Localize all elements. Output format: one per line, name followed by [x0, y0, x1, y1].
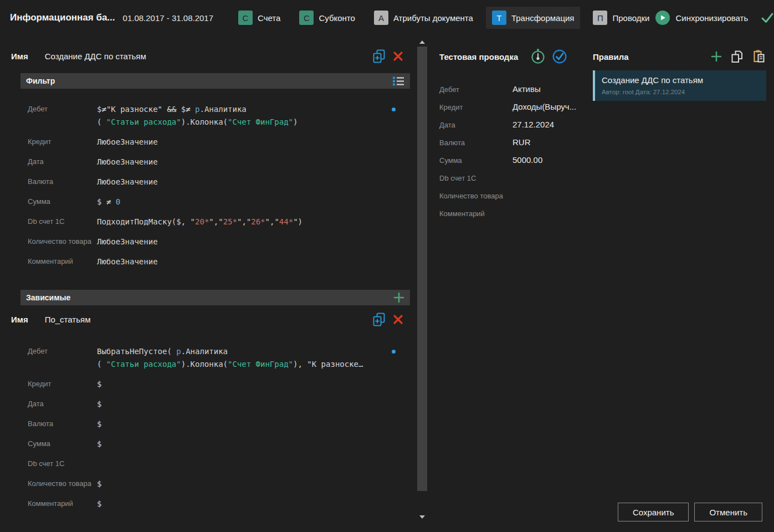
field-label: Количество товара — [28, 478, 97, 488]
field-value-input[interactable]: ВыбратьНеПустое( p.Аналитика( "Статьи ра… — [97, 345, 363, 371]
field-label: Db счет 1С — [28, 458, 97, 468]
field-label: Валюта — [28, 418, 97, 428]
field-комментарий: Комментарий ЛюбоеЗначение — [28, 252, 402, 272]
filter-fields: Дебет $≠"К разноске" && $≠ p.Аналитика( … — [28, 100, 402, 272]
dependents-section-header[interactable]: Зависимые — [20, 290, 410, 305]
check-circle-icon — [552, 49, 567, 64]
test-field-сумма: Сумма 5000.00 — [439, 153, 774, 171]
filter-section-title: Фильтр — [26, 76, 55, 85]
tab-label: Счета — [258, 13, 280, 23]
field-value-input[interactable]: $ — [97, 378, 101, 391]
field-value-input[interactable]: 27.12.2024 — [512, 120, 554, 129]
test-field-валюта: Валюта RUR — [439, 135, 774, 153]
tab-счета[interactable]: С Счета — [232, 7, 286, 29]
cancel-button[interactable]: Отменить — [694, 503, 762, 521]
scroll-up-arrow[interactable] — [419, 40, 425, 44]
tab-проводки[interactable]: П Проводки — [587, 7, 655, 29]
test-field-количество-товара: Количество товара — [439, 188, 774, 206]
field-сумма: Сумма $ ≠ 0 — [28, 192, 402, 212]
delete-dependent-button[interactable] — [393, 314, 403, 325]
field-value-input[interactable]: Активы — [512, 84, 541, 94]
date-range[interactable]: 01.08.2017 - 31.08.2017 — [123, 13, 213, 23]
field-value-input[interactable]: ЛюбоеЗначение — [97, 156, 158, 168]
app-window: Информационная ба... 01.08.2017 - 31.08.… — [0, 0, 774, 532]
field-value-input[interactable]: 5000.00 — [512, 155, 542, 165]
modified-dot — [392, 108, 396, 111]
apply-check-button[interactable] — [760, 11, 774, 24]
dependent-name-input[interactable]: По_статьям — [45, 315, 91, 324]
field-label: Количество товара — [28, 236, 97, 245]
duplicate-rule-button[interactable] — [372, 49, 386, 63]
run-test-button[interactable] — [530, 48, 546, 65]
delete-rule-button[interactable] — [393, 51, 403, 62]
field-value-input[interactable]: ПодходитПодМаску($, "20*","25*","26*","4… — [97, 216, 303, 228]
field-количество-товара: Количество товара ЛюбоеЗначение — [28, 232, 402, 252]
field-value-input[interactable]: $ — [97, 398, 101, 411]
test-fields: Дебет Активы Кредит Доходы(Выруч... Дата… — [439, 82, 774, 224]
field-value-input[interactable]: $ — [97, 438, 101, 451]
tab-субконто[interactable]: С Субконто — [293, 7, 361, 29]
scroll-down-arrow[interactable] — [419, 515, 425, 519]
sync-label: Синхронизировать — [675, 13, 748, 23]
rules-panel: Правила — [593, 49, 766, 101]
field-value-input[interactable]: $ ≠ 0 — [97, 196, 120, 208]
rule-list-item[interactable]: Создание ДДС по статьям Автор: root Дата… — [593, 70, 766, 101]
rule-name-label: Имя — [11, 52, 28, 61]
field-db-счет-1с: Db счет 1С ПодходитПодМаску($, "20*","25… — [28, 212, 402, 232]
sync-button[interactable]: Синхронизировать — [655, 11, 748, 25]
field-label: Дата — [28, 156, 97, 166]
field-value-input[interactable]: ЛюбоеЗначение — [97, 136, 158, 149]
tab-атрибуты-документа[interactable]: А Атрибуты документа — [368, 7, 479, 29]
tab-badge-icon: П — [593, 11, 607, 25]
tab-badge-icon: А — [374, 11, 388, 25]
test-field-кредит: Кредит Доходы(Выруч... — [439, 100, 774, 117]
field-value-input[interactable]: $ — [97, 478, 101, 490]
field-label: Сумма — [439, 155, 512, 165]
field-кредит: Кредит $ — [28, 375, 402, 395]
field-value-input[interactable]: ЛюбоеЗначение — [97, 255, 158, 268]
validate-test-button[interactable] — [552, 49, 567, 64]
rule-name-input[interactable]: Создание ДДС по статьям — [45, 52, 146, 61]
dependents-section-title: Зависимые — [26, 293, 70, 302]
paste-rule-button[interactable] — [752, 49, 766, 64]
field-value-input[interactable]: RUR — [512, 137, 531, 147]
tab-badge-icon: Т — [492, 11, 506, 25]
filter-list-button[interactable] — [392, 76, 404, 86]
field-валюта: Валюта $ — [28, 415, 402, 434]
tab-badge-icon: С — [238, 11, 253, 25]
field-label: Кредит — [28, 378, 97, 388]
save-button[interactable]: Сохранить — [618, 503, 689, 521]
add-rule-button[interactable] — [711, 51, 722, 62]
dependent-fields: Дебет ВыбратьНеПустое( p.Аналитика( "Ста… — [28, 342, 402, 514]
test-field-комментарий: Комментарий — [439, 206, 774, 224]
field-label: Сумма — [28, 196, 97, 206]
duplicate-add-icon — [372, 313, 386, 326]
rule-item-meta: Автор: root Дата: 27.12.2024 — [602, 89, 760, 95]
test-field-дата: Дата 27.12.2024 — [439, 117, 774, 135]
copy-pages-icon — [730, 50, 744, 64]
tab-label: Проводки — [612, 13, 649, 23]
field-кредит: Кредит ЛюбоеЗначение — [28, 132, 402, 152]
scrollbar-thumb[interactable] — [417, 47, 427, 491]
field-value-input[interactable]: ЛюбоеЗначение — [97, 236, 158, 248]
field-value-input[interactable]: ЛюбоеЗначение — [97, 176, 158, 188]
field-value-input[interactable]: $ — [97, 498, 101, 510]
dependent-name-row: Имя По_статьям — [11, 312, 403, 326]
copy-rule-button[interactable] — [730, 50, 744, 64]
dependent-name-label: Имя — [11, 315, 28, 324]
field-комментарий: Комментарий $ — [28, 494, 402, 514]
field-value-input[interactable]: $ — [97, 418, 101, 431]
tab-трансформация[interactable]: Т Трансформация — [486, 7, 581, 29]
footer-buttons: Сохранить Отменить — [618, 503, 762, 521]
duplicate-add-icon — [372, 49, 386, 63]
field-value-input[interactable]: Доходы(Выруч... — [512, 102, 576, 111]
delete-x-icon — [393, 314, 403, 325]
field-label: Количество товара — [439, 191, 512, 200]
field-label: Комментарий — [439, 208, 512, 218]
topbar-tabs: С Счета С Субконто А Атрибуты документа … — [232, 7, 655, 29]
filter-section-header[interactable]: Фильтр — [20, 73, 410, 89]
add-dependent-button[interactable] — [393, 292, 404, 303]
duplicate-dependent-button[interactable] — [372, 313, 386, 326]
field-value-input[interactable]: $≠"К разноске" && $≠ p.Аналитика( "Стать… — [97, 103, 298, 129]
topbar: Информационная ба... 01.08.2017 - 31.08.… — [0, 0, 774, 35]
